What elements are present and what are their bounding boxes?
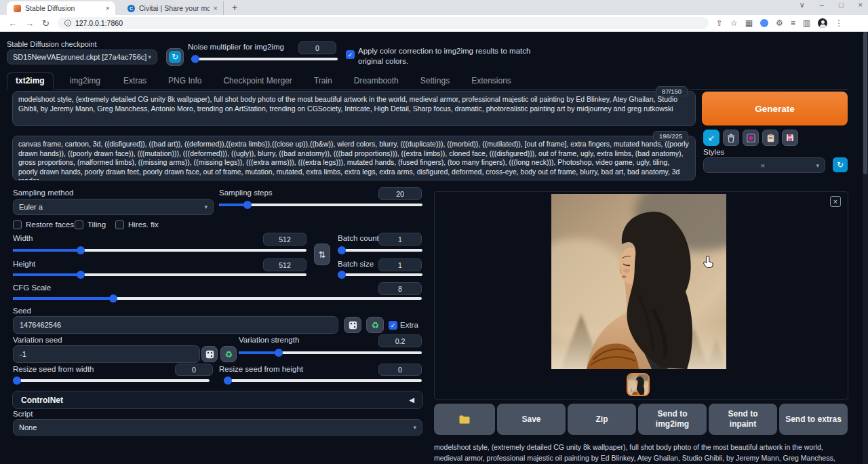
cfg-scale-value[interactable]: 8 xyxy=(378,282,422,295)
browser-tab-stable-diffusion[interactable]: Stable Diffusion × xyxy=(7,1,115,15)
open-output-folder-button[interactable] xyxy=(434,404,495,435)
resize-seed-height-value[interactable]: 0 xyxy=(378,364,422,376)
script-select[interactable]: None ▾ xyxy=(13,419,422,436)
tab-checkpoint-merger[interactable]: Checkpoint Merger xyxy=(215,73,300,89)
send-to-img2img-button[interactable]: Send to img2img xyxy=(638,404,707,435)
extension-blue-icon[interactable] xyxy=(760,19,768,27)
tab-close-icon[interactable]: × xyxy=(106,4,110,12)
generate-button[interactable]: Generate xyxy=(702,92,848,125)
show-extra-networks-button[interactable] xyxy=(743,130,759,146)
send-to-extras-button[interactable]: Send to extras xyxy=(779,404,848,435)
clear-prompt-button[interactable] xyxy=(723,130,739,146)
site-info-icon[interactable]: i xyxy=(64,20,71,26)
window-close-icon[interactable]: × xyxy=(859,1,863,9)
batch-size-slider[interactable] xyxy=(338,271,422,279)
paste-generation-params-button[interactable]: ↙ xyxy=(703,130,719,146)
prompt-input[interactable]: modelshoot style, (extremely detailed CG… xyxy=(12,91,696,126)
checkpoint-select[interactable]: SD15NewVAEpruned.ckpt [27a4ac756c] ▾ xyxy=(7,50,157,64)
styles-refresh-button[interactable]: ↻ xyxy=(833,157,848,172)
resize-seed-width-value[interactable]: 0 xyxy=(175,364,213,376)
extensions-puzzle-icon[interactable]: ⚙ xyxy=(776,18,783,28)
reuse-variation-seed-button[interactable]: ♻ xyxy=(220,346,237,362)
random-seed-button[interactable] xyxy=(344,317,361,333)
zip-button[interactable]: Zip xyxy=(568,404,636,435)
cfg-scale-slider[interactable] xyxy=(13,294,422,303)
tab-txt2img[interactable]: txt2img xyxy=(7,72,54,90)
generated-image[interactable] xyxy=(551,194,726,369)
tab-img2img[interactable]: img2img xyxy=(62,73,108,89)
profile-avatar[interactable] xyxy=(818,18,827,28)
tab-close-icon[interactable]: × xyxy=(214,4,218,12)
noise-multiplier-slider[interactable] xyxy=(191,55,338,63)
height-slider[interactable] xyxy=(13,271,307,279)
send-to-inpaint-button[interactable]: Send to inpaint xyxy=(709,404,777,435)
height-value[interactable]: 512 xyxy=(263,258,307,271)
browser-window: Stable Diffusion × C Civitai | Share you… xyxy=(0,0,868,464)
browser-tab-strip: Stable Diffusion × C Civitai | Share you… xyxy=(0,0,868,15)
apply-style-button[interactable] xyxy=(762,130,778,146)
random-variation-seed-button[interactable] xyxy=(201,346,218,362)
tab-extras[interactable]: Extras xyxy=(115,73,155,89)
resize-seed-height-slider[interactable] xyxy=(224,376,422,385)
swap-width-height-button[interactable]: ⇅ xyxy=(314,244,330,265)
sampling-method-select[interactable]: Euler a ▾ xyxy=(13,199,214,215)
batch-size-value[interactable]: 1 xyxy=(378,258,422,271)
collapse-arrow-icon: ◀ xyxy=(409,396,414,404)
gallery-thumbnail[interactable] xyxy=(627,373,650,396)
tiling-checkbox[interactable] xyxy=(75,220,83,229)
address-bar[interactable]: i 127.0.0.1:7860 xyxy=(58,17,709,29)
main-tab-bar: txt2img img2img Extras PNG Info Checkpoi… xyxy=(7,71,848,90)
reload-icon[interactable]: ↻ xyxy=(42,18,50,28)
clipboard-icon xyxy=(767,134,774,142)
width-label: Width xyxy=(13,234,33,242)
page-scrollbar[interactable] xyxy=(863,32,868,464)
restore-faces-checkbox[interactable] xyxy=(13,220,22,229)
variation-strength-value[interactable]: 0.2 xyxy=(378,334,422,347)
negative-prompt-input[interactable]: canvas frame, cartoon, 3d, ((disfigured)… xyxy=(12,136,696,180)
variation-seed-input[interactable]: -1 xyxy=(13,345,200,363)
new-tab-button[interactable]: + xyxy=(232,2,237,13)
window-maximize-icon[interactable]: □ xyxy=(839,1,844,9)
tab-png-info[interactable]: PNG Info xyxy=(160,73,210,89)
tab-train[interactable]: Train xyxy=(306,73,340,89)
variation-strength-slider[interactable] xyxy=(239,349,422,357)
noise-multiplier-value[interactable]: 0 xyxy=(298,41,336,54)
tab-settings[interactable]: Settings xyxy=(412,73,458,89)
sampling-steps-value[interactable]: 20 xyxy=(378,187,422,200)
styles-select[interactable]: × ▾ xyxy=(703,157,825,173)
extension-grid-icon[interactable]: ▦ xyxy=(745,18,753,28)
tab-dreambooth[interactable]: Dreambooth xyxy=(346,73,407,89)
window-minimize-icon[interactable]: – xyxy=(820,1,824,9)
checkpoint-refresh-wrap[interactable]: ↻ xyxy=(166,48,184,66)
bookmark-star-icon[interactable]: ☆ xyxy=(730,18,738,28)
controlnet-accordion[interactable]: ControlNet ◀ xyxy=(12,391,423,409)
forward-icon[interactable]: → xyxy=(25,18,34,28)
reuse-seed-button[interactable]: ♻ xyxy=(366,317,384,333)
share-icon[interactable]: ⇧ xyxy=(716,18,723,28)
tab-extensions[interactable]: Extensions xyxy=(463,73,519,89)
clear-styles-icon[interactable]: × xyxy=(761,161,765,170)
hires-fix-checkbox[interactable] xyxy=(115,220,124,229)
seed-input[interactable]: 1476462546 xyxy=(13,316,338,334)
url-text: 127.0.0.1:7860 xyxy=(75,19,123,27)
save-style-button[interactable] xyxy=(782,130,798,146)
side-panel-icon[interactable]: ▥ xyxy=(803,18,810,28)
back-icon[interactable]: ← xyxy=(8,18,17,28)
width-value[interactable]: 512 xyxy=(263,233,307,246)
save-button[interactable]: Save xyxy=(497,404,566,435)
resize-seed-width-slider[interactable] xyxy=(13,376,210,385)
width-slider[interactable] xyxy=(13,246,307,254)
sampling-steps-slider[interactable] xyxy=(219,201,422,209)
color-correction-checkbox[interactable]: ✓ xyxy=(346,50,355,59)
close-image-icon[interactable]: × xyxy=(830,196,841,207)
reading-list-icon[interactable]: ≡ xyxy=(791,18,795,28)
batch-count-slider[interactable] xyxy=(338,246,422,254)
dice-icon xyxy=(349,321,357,330)
extra-seed-checkbox[interactable]: ✓ xyxy=(389,321,397,330)
window-menu-icon[interactable]: ∨ xyxy=(800,1,805,9)
hires-fix-label: Hires. fix xyxy=(128,220,159,229)
browser-menu-icon[interactable]: ⋮ xyxy=(835,18,843,28)
browser-tab-civitai[interactable]: C Civitai | Share your models × xyxy=(121,1,224,15)
batch-count-value[interactable]: 1 xyxy=(378,233,422,246)
folder-icon xyxy=(459,415,470,424)
